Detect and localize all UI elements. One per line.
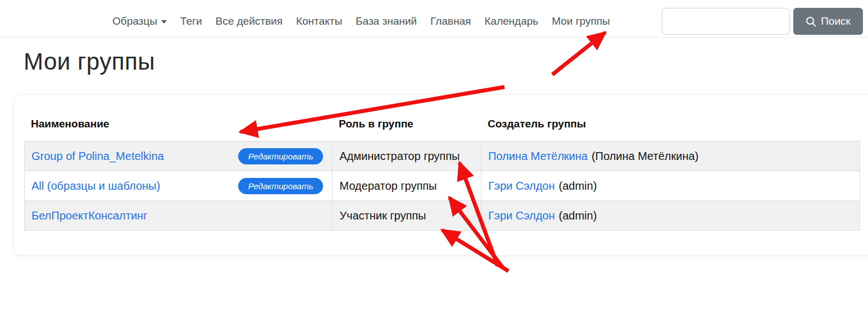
group-link[interactable]: All (образцы и шаблоны) [31,180,160,193]
nav-item-all-actions[interactable]: Все действия [216,15,283,28]
group-link[interactable]: Group of Polina_Metelkina [31,150,164,163]
nav-item-samples-label: Образцы [112,15,157,27]
creator-cell: Полина Метёлкина (Полина Метёлкина) [481,141,860,171]
creator-link[interactable]: Полина Метёлкина [488,150,588,163]
role-cell: Участник группы [332,201,481,230]
search-button-label: Поиск [821,15,851,28]
role-cell: Администратор группы [332,141,481,171]
nav-item-calendar[interactable]: Календарь [484,15,538,28]
column-header-name: Наименование [24,118,332,141]
creator-cell: Гэри Сэлдон (admin) [481,171,860,200]
creator-link[interactable]: Гэри Сэлдон [488,180,555,193]
page-title: Мои группы [24,48,155,75]
column-header-creator: Создатель группы [481,118,860,141]
search-button[interactable]: Поиск [793,8,863,35]
nav-item-samples[interactable]: Образцы [112,15,167,28]
column-header-role: Роль в группе [332,118,481,141]
creator-suffix: (Полина Метёлкина) [592,150,698,163]
nav-item-knowledge-base[interactable]: База знаний [356,15,417,28]
search-input[interactable] [662,8,790,35]
role-text: Модератор группы [339,180,437,193]
role-text: Администратор группы [339,150,460,163]
creator-suffix: (admin) [559,180,597,193]
nav-item-my-groups[interactable]: Мои группы [552,15,610,28]
creator-suffix: (admin) [559,209,597,222]
role-text: Участник группы [339,209,426,222]
nav-item-tags[interactable]: Теги [180,15,202,28]
magnifier-icon [806,16,816,27]
groups-card: Наименование Роль в группе Создатель гру… [14,94,868,255]
name-cell: Group of Polina_Metelkina Редактировать [25,141,332,171]
creator-link[interactable]: Гэри Сэлдон [488,209,555,222]
name-cell: БелПроектКонсалтинг [25,201,332,230]
role-cell: Модератор группы [332,171,481,200]
edit-button[interactable]: Редактировать [238,148,324,164]
group-link[interactable]: БелПроектКонсалтинг [31,209,147,222]
creator-cell: Гэри Сэлдон (admin) [481,201,860,230]
chevron-down-icon [161,20,167,24]
name-cell: All (образцы и шаблоны) Редактировать [25,171,332,200]
nav-item-contacts[interactable]: Контакты [296,15,342,28]
nav-item-home[interactable]: Главная [430,15,471,28]
top-navbar: Образцы Теги Все действия Контакты База … [0,0,868,38]
table-header-row: Наименование Роль в группе Создатель гру… [24,113,868,141]
edit-button[interactable]: Редактировать [238,178,324,194]
table-row: All (образцы и шаблоны) Редактировать Мо… [24,171,860,201]
table-row: БелПроектКонсалтинг Участник группы Гэри… [24,200,860,231]
red-arrow-annotation [552,33,605,75]
table-row: Group of Polina_Metelkina Редактировать … [24,141,860,171]
